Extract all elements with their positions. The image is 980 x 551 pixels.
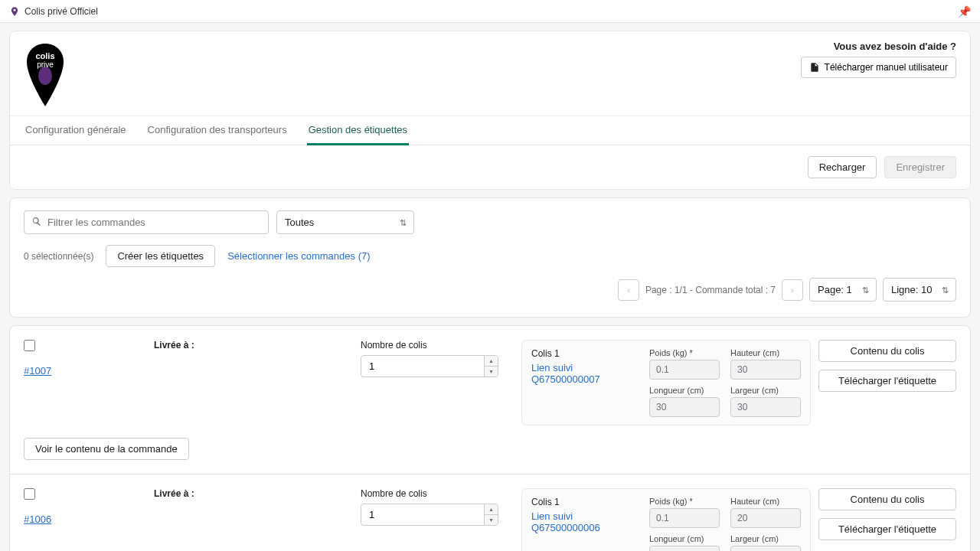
chevron-right-icon: ›: [791, 285, 794, 295]
save-button[interactable]: Enregistrer: [884, 156, 956, 178]
content-button[interactable]: Contenu du colis: [818, 340, 956, 362]
width-label: Largeur (cm): [730, 386, 801, 395]
length-label: Longueur (cm): [649, 386, 720, 395]
svg-text:colis: colis: [35, 51, 54, 60]
page-select[interactable]: Page: 1: [809, 278, 877, 302]
app-title: Colis privé Officiel: [24, 6, 98, 17]
order-id-link[interactable]: #1007: [24, 365, 146, 377]
order-row: #1007 Livrée à : Nombre de colis ▲ ▼: [10, 326, 970, 474]
svg-text:prive: prive: [37, 60, 54, 69]
tab-carriers-config[interactable]: Configuration des transporteurs: [146, 116, 289, 145]
width-input[interactable]: [730, 397, 801, 417]
content-button[interactable]: Contenu du colis: [818, 488, 956, 510]
width-input[interactable]: [730, 546, 801, 551]
colis-title: Colis 1: [531, 497, 639, 507]
delivered-to-label: Livrée à :: [154, 488, 353, 499]
selected-count: 0 sélectionnée(s): [24, 251, 93, 262]
spinner-down-icon[interactable]: ▼: [485, 515, 498, 525]
document-icon: [809, 62, 820, 73]
orders-list: #1007 Livrée à : Nombre de colis ▲ ▼: [9, 325, 971, 551]
prev-page-button[interactable]: ‹: [618, 279, 639, 301]
order-checkbox[interactable]: [24, 340, 35, 351]
reload-button[interactable]: Recharger: [808, 156, 877, 178]
weight-input[interactable]: [649, 360, 720, 380]
order-checkbox[interactable]: [24, 488, 35, 500]
number-spinner[interactable]: ▲ ▼: [484, 356, 498, 377]
notification-icon[interactable]: 📌: [958, 5, 971, 18]
header-card: colis prive Vous avez besoin d'aide ? Té…: [9, 31, 971, 190]
help-text: Vous avez besoin d'aide ?: [801, 41, 956, 52]
colis-title: Colis 1: [531, 348, 639, 359]
tab-general-config[interactable]: Configuration générale: [24, 116, 128, 145]
height-label: Hauteur (cm): [730, 348, 801, 357]
line-select[interactable]: Ligne: 10: [883, 278, 956, 302]
height-input[interactable]: [730, 508, 801, 528]
status-select[interactable]: Toutes: [276, 210, 414, 234]
svg-point-0: [14, 8, 16, 11]
view-order-button[interactable]: Voir le contenu de la commande: [24, 438, 189, 460]
spinner-up-icon[interactable]: ▲: [485, 504, 498, 515]
length-input[interactable]: [649, 397, 720, 417]
tab-label-mgmt[interactable]: Gestion des étiquettes: [307, 116, 409, 145]
nb-colis-label: Nombre de colis: [361, 340, 514, 350]
colis-box: Colis 1 Lien suivi Q67500000007 Poids (k…: [521, 340, 811, 425]
weight-label: Poids (kg) *: [649, 497, 720, 506]
download-manual-label: Télécharger manuel utilisateur: [825, 62, 948, 73]
search-input[interactable]: [24, 210, 269, 234]
order-row: #1006 Livrée à : Nombre de colis ▲ ▼: [10, 474, 970, 551]
nb-colis-label: Nombre de colis: [361, 488, 514, 499]
length-label: Longueur (cm): [649, 534, 720, 543]
next-page-button[interactable]: ›: [782, 279, 803, 301]
tracking-link[interactable]: Lien suivi Q67500000006: [531, 510, 600, 533]
app-pin-icon: [9, 6, 20, 17]
weight-label: Poids (kg) *: [649, 348, 720, 357]
download-label-button[interactable]: Télécharger l'étiquette: [818, 518, 956, 540]
tabs: Configuration générale Configuration des…: [10, 116, 970, 145]
select-all-orders[interactable]: Sélectionner les commandes (7): [227, 250, 370, 262]
height-input[interactable]: [730, 360, 801, 380]
colis-box: Colis 1 Lien suivi Q67500000006 Poids (k…: [521, 488, 811, 551]
svg-point-1: [38, 67, 52, 85]
filter-card: Toutes ⇅ 0 sélectionnée(s) Créer les éti…: [9, 197, 971, 318]
page-status: Page : 1/1 - Commande total : 7: [645, 285, 776, 295]
weight-input[interactable]: [649, 508, 720, 528]
order-id-link[interactable]: #1006: [24, 514, 146, 525]
spinner-down-icon[interactable]: ▼: [485, 367, 498, 377]
tracking-link[interactable]: Lien suivi Q67500000007: [531, 362, 600, 385]
width-label: Largeur (cm): [730, 534, 801, 543]
chevron-left-icon: ‹: [627, 285, 630, 295]
download-manual-button[interactable]: Télécharger manuel utilisateur: [801, 57, 956, 78]
number-spinner[interactable]: ▲ ▼: [484, 504, 498, 525]
nb-colis-input[interactable]: [361, 504, 498, 526]
spinner-up-icon[interactable]: ▲: [485, 356, 498, 367]
nb-colis-input[interactable]: [361, 355, 498, 377]
brand-logo: colis prive: [24, 41, 67, 109]
height-label: Hauteur (cm): [730, 497, 801, 506]
download-label-button[interactable]: Télécharger l'étiquette: [818, 370, 956, 392]
create-labels-button[interactable]: Créer les étiquettes: [106, 245, 215, 267]
length-input[interactable]: [649, 546, 720, 551]
delivered-to-label: Livrée à :: [154, 340, 353, 350]
topbar: Colis privé Officiel 📌: [0, 0, 980, 23]
